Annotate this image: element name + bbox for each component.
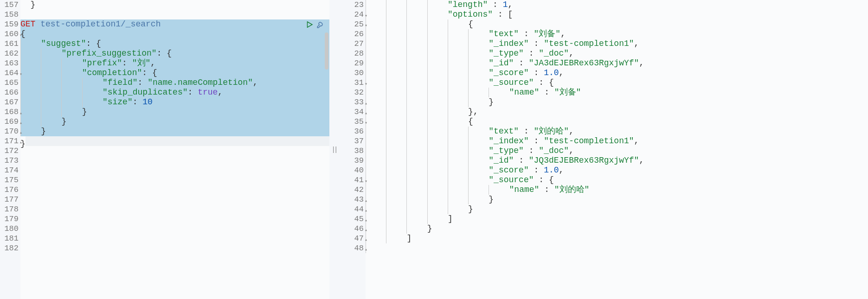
code-line[interactable]: ] (366, 234, 868, 243)
code-line[interactable]: "_index" : "test-completion1", (366, 39, 868, 49)
code-line[interactable]: "prefix_suggestion": { (20, 49, 329, 58)
code-line[interactable]: "field": "name.nameCompletion", (20, 78, 329, 88)
code-line[interactable]: ] (366, 214, 868, 224)
scrollbar-thumb[interactable] (325, 32, 328, 70)
pane-divider[interactable]: || (329, 0, 339, 299)
indent-guide (448, 58, 468, 68)
code-line[interactable] (20, 10, 329, 19)
fold-open-icon[interactable]: ▾ (365, 177, 367, 186)
code-line[interactable] (20, 165, 329, 175)
code-line[interactable] (20, 195, 329, 204)
indent-guide (386, 39, 406, 49)
code-line[interactable]: { (20, 29, 329, 39)
code-line[interactable] (20, 146, 329, 156)
run-icon[interactable] (305, 20, 314, 32)
fold-close-icon[interactable]: ▴ (19, 128, 22, 138)
indent-guide (366, 136, 386, 146)
indent-guide (20, 97, 41, 107)
fold-open-icon[interactable]: ▾ (19, 31, 22, 40)
code-line[interactable] (20, 175, 329, 185)
code-line[interactable] (20, 204, 329, 214)
code-line[interactable]: } (20, 0, 329, 10)
code-line[interactable]: "length" : 1, (366, 0, 868, 10)
code-line[interactable]: } (366, 97, 868, 107)
code-line[interactable] (20, 185, 329, 195)
code-line[interactable]: } (20, 107, 329, 117)
indent-guide (468, 29, 489, 39)
fold-open-icon[interactable]: ▾ (365, 11, 367, 21)
code-line[interactable]: "skip_duplicates": true, (20, 88, 329, 97)
request-code-area[interactable]: }GET test-completion1/_search{ "suggest"… (20, 0, 329, 299)
code-line[interactable]: "_source" : { (366, 175, 868, 185)
fold-close-icon[interactable]: ▴ (365, 235, 367, 245)
code-line[interactable] (20, 214, 329, 224)
response-code-area[interactable]: "length" : 1, "options" : [ { "text" : "… (366, 0, 868, 299)
fold-close-icon[interactable]: ▴ (365, 108, 367, 118)
indent-guide (20, 49, 41, 58)
line-number: 35▾ (348, 117, 364, 127)
request-editor-pane[interactable]: 157158159160▾161162163164▾165166167168▴1… (0, 0, 329, 299)
indent-guide (366, 78, 386, 88)
indent-guide (61, 97, 82, 107)
code-line[interactable] (20, 156, 329, 165)
indent-guide (489, 185, 509, 195)
fold-close-icon[interactable]: ▴ (365, 206, 367, 216)
code-line[interactable]: { (366, 117, 868, 127)
line-number: 169▴ (0, 117, 19, 127)
indent-guide (41, 58, 61, 68)
code-line[interactable] (20, 234, 329, 243)
code-line[interactable]: "suggest": { (20, 39, 329, 49)
indent-guide (406, 156, 427, 165)
code-line[interactable]: "_index" : "test-completion1", (366, 136, 868, 146)
splitter-handle-icon[interactable]: || (332, 146, 337, 153)
code-line[interactable]: } (20, 117, 329, 127)
code-line[interactable]: "_score" : 1.0, (366, 165, 868, 175)
code-line[interactable]: { (366, 19, 868, 29)
code-line[interactable] (366, 243, 868, 253)
code-line[interactable]: "options" : [ (366, 10, 868, 19)
wrench-icon[interactable] (316, 20, 325, 32)
fold-close-icon[interactable]: ▴ (365, 196, 367, 206)
code-line[interactable]: "_id" : "JA3dEJEBRex63RgxjwYf", (366, 58, 868, 68)
fold-close-icon[interactable]: ▴ (365, 225, 367, 235)
fold-close-icon[interactable]: ▴ (19, 138, 22, 147)
code-line[interactable]: } (366, 195, 868, 204)
indent-guide (406, 68, 427, 78)
fold-close-icon[interactable]: ▴ (19, 118, 22, 128)
code-line[interactable]: } (20, 136, 329, 146)
code-line[interactable]: "text" : "刘备", (366, 29, 868, 39)
left-line-gutter: 157158159160▾161162163164▾165166167168▴1… (0, 0, 20, 299)
indent-guide (468, 39, 489, 49)
code-line[interactable]: "_source" : { (366, 78, 868, 88)
code-line[interactable]: } (366, 224, 868, 234)
code-line[interactable]: "completion": { (20, 68, 329, 78)
request-first-line[interactable]: GET test-completion1/_search (20, 19, 329, 29)
code-line[interactable] (20, 243, 329, 253)
indent-guide (366, 175, 386, 185)
code-line[interactable]: } (366, 204, 868, 214)
code-line[interactable]: "_id" : "JQ3dEJEBRex63RgxjwYf", (366, 156, 868, 165)
fold-open-icon[interactable]: ▾ (365, 79, 367, 89)
fold-close-icon[interactable]: ▴ (365, 216, 367, 225)
fold-close-icon[interactable]: ▴ (365, 245, 367, 254)
code-line[interactable]: "prefix": "刘", (20, 58, 329, 68)
code-line[interactable]: "size": 10 (20, 97, 329, 107)
code-line[interactable] (20, 224, 329, 234)
indent-guide (427, 10, 448, 19)
code-line[interactable]: }, (366, 107, 868, 117)
fold-open-icon[interactable]: ▾ (365, 21, 367, 31)
fold-open-icon[interactable]: ▾ (19, 70, 22, 79)
code-line[interactable]: "text" : "刘的哈", (366, 127, 868, 136)
code-line[interactable]: } (20, 127, 329, 136)
indent-guide (448, 88, 468, 97)
code-line[interactable]: "_type" : "_doc", (366, 146, 868, 156)
fold-close-icon[interactable]: ▴ (19, 108, 22, 118)
indent-guide (468, 68, 489, 78)
code-line[interactable]: "name" : "刘的哈" (366, 185, 868, 195)
fold-open-icon[interactable]: ▾ (365, 118, 367, 128)
code-line[interactable]: "_score" : 1.0, (366, 68, 868, 78)
response-viewer-pane[interactable]: 2324▾25▾262728293031▾3233▴34▴35▾36373839… (348, 0, 868, 299)
code-line[interactable]: "_type" : "_doc", (366, 49, 868, 58)
code-line[interactable]: "name" : "刘备" (366, 88, 868, 97)
fold-close-icon[interactable]: ▴ (365, 99, 367, 108)
